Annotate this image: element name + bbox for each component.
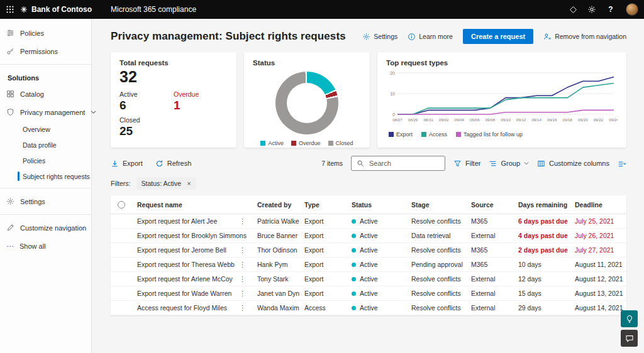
sidebar-item-label: Catalog [20,90,44,98]
feedback-button[interactable] [621,330,638,347]
search-input[interactable] [368,159,440,168]
user-avatar[interactable] [626,3,638,16]
table-row[interactable]: Export request for Arlene McCoy ⋮ Tony S… [111,272,626,286]
deadline-cell: July 27, 2021 [570,246,626,254]
column-header-days-remaining[interactable]: Days remaining↓ [513,201,570,209]
table-row[interactable]: Export request for Alert Jee ⋮ Patricia … [111,214,626,229]
request-name[interactable]: Export request for Arlene McCoy [137,275,233,283]
status-cell: Active [347,261,406,268]
legend-item: Overdue [291,140,321,146]
source-cell: M365 [466,246,513,254]
lightbulb-icon [625,315,634,323]
request-name[interactable]: Access request for Floyd Miles [137,304,227,312]
tips-button[interactable] [621,310,638,327]
sidebar-item-settings[interactable]: Settings [0,192,91,210]
sidebar-item-show-all[interactable]: ⋯ Show all [0,237,91,255]
column-header-created-by[interactable]: Created by [252,201,299,209]
table-row[interactable]: Access request for Floyd Miles ⋮ Wanda M… [111,301,626,315]
sidebar-item-privacy-policies[interactable]: Policies [0,153,91,168]
card-title: Status [253,59,361,67]
deadline-cell: July 26, 2021 [570,232,626,239]
policies-icon [6,29,14,37]
create-request-button[interactable]: Create a request [463,29,533,44]
view-options-button[interactable] [618,160,626,168]
column-header-source[interactable]: Source [466,201,513,209]
app-launcher-waffle-icon[interactable] [0,0,20,19]
table-row[interactable]: Export request for Wade Warren ⋮ Janet v… [111,286,626,301]
sidebar-item-catalog[interactable]: Catalog [0,85,91,103]
whats-new-diamond-icon[interactable] [564,0,582,19]
requests-table: Request name Created by Type Status Stag… [111,195,626,315]
row-actions-icon[interactable]: ⋮ [235,246,252,254]
sidebar-item-privacy-management[interactable]: Privacy management [0,103,91,121]
settings-label: Settings [374,33,397,40]
status-dot-icon [352,306,356,310]
request-name[interactable]: Export request for Brooklyn Simmons [137,232,247,239]
closed-value: 25 [119,124,177,138]
svg-text:10: 10 [390,92,395,96]
tenant-name: Bank of Contoso [31,5,92,14]
legend-item: Access [421,131,447,138]
customize-columns-button[interactable]: Customize columns [537,160,609,168]
column-header-stage[interactable]: Stage [406,201,466,209]
deadline-cell: August 11, 2021 [570,261,626,268]
settings-button[interactable]: Settings [362,33,397,41]
tenant-brand[interactable]: Bank of Contoso [20,5,97,14]
settings-gear-icon[interactable] [582,0,601,19]
column-header-type[interactable]: Type [299,201,347,209]
row-actions-icon[interactable]: ⋮ [235,275,252,283]
column-header-status[interactable]: Status [347,201,406,209]
chevron-down-icon[interactable] [91,109,96,115]
sidebar-item-label: Settings [20,198,45,205]
svg-text:09/02: 09/02 [439,117,449,122]
export-button[interactable]: Export [111,160,143,168]
table-row[interactable]: Export request for Brooklyn Simmons ⋮ Br… [111,229,626,243]
request-name[interactable]: Export request for Jerome Bell [137,246,226,254]
sidebar-item-policies[interactable]: Policies [0,24,91,42]
sidebar-item-label: Customize navigation [20,224,86,232]
sidebar-item-subject-rights-requests[interactable]: Subject rights requests [0,168,91,184]
group-button[interactable]: Group [489,160,529,168]
refresh-button[interactable]: Refresh [155,160,192,168]
filter-button[interactable]: Filter [453,160,480,168]
closed-label: Closed [119,116,177,124]
search-box[interactable] [351,156,445,171]
top-app-bar: Bank of Contoso Microsoft 365 compliance… [0,0,644,19]
solutions-section-header: Solutions [0,68,91,85]
column-header-deadline[interactable]: Deadline [570,201,626,209]
row-actions-icon[interactable]: ⋮ [235,217,252,225]
sidebar-item-data-profile[interactable]: Data profile [0,137,91,153]
type-cell: Export [299,261,347,268]
row-actions-icon[interactable]: ⋮ [247,232,252,240]
request-name[interactable]: Export request for Alert Jee [137,217,217,225]
remove-from-navigation-button[interactable]: Remove from navigation [543,33,626,41]
card-title: Top request types [386,59,618,67]
help-icon[interactable]: ? [601,0,620,19]
sidebar-item-customize-navigation[interactable]: Customize navigation [0,219,91,237]
app-title: Microsoft 365 compliance [111,5,196,14]
remove-nav-label: Remove from navigation [555,33,626,40]
sidebar-subitem-label: Data profile [23,141,57,149]
learn-more-button[interactable]: Learn more [408,33,453,41]
stage-cell: Resolve conflicts [406,246,466,254]
deadline-cell: August 14, 2021 [570,304,626,312]
stage-cell: Resolve conflicts [406,217,466,225]
row-actions-icon[interactable]: ⋮ [235,261,252,269]
sidebar-item-permissions[interactable]: Permissions [0,42,91,60]
select-all-checkbox[interactable] [118,201,125,209]
chip-close-icon[interactable]: × [187,180,191,187]
request-name[interactable]: Export request for Wade Warren [137,290,231,297]
status-dot-icon [352,234,356,238]
table-row[interactable]: Export request for Jerome Bell ⋮ Thor Od… [111,243,626,258]
row-actions-icon[interactable]: ⋮ [235,304,252,312]
column-header-request-name[interactable]: Request name [132,201,252,209]
sidebar-item-label: Policies [20,30,44,37]
sidebar-item-overview[interactable]: Overview [0,121,91,137]
status-donut [275,72,338,134]
table-row[interactable]: Export request for Theresa Webb ⋮ Hank P… [111,258,626,272]
request-name[interactable]: Export request for Theresa Webb [137,261,235,268]
deadline-cell: August 12, 2021 [570,275,626,283]
filter-chip-status-active[interactable]: Status: Active × [136,177,196,190]
row-actions-icon[interactable]: ⋮ [235,290,252,298]
sidebar-item-label: Show all [19,242,46,250]
